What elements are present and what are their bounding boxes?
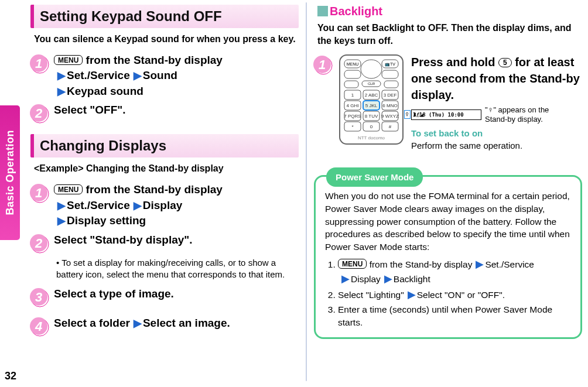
svg-text:6 MNO: 6 MNO: [382, 103, 397, 108]
svg-text:MENU: MENU: [347, 62, 359, 66]
svg-text:CLR: CLR: [368, 82, 375, 85]
svg-text:5 JKL: 5 JKL: [365, 103, 378, 108]
triangle-icon: ▶: [134, 317, 142, 329]
status-note: "♀" appears on the Stand-by display.: [485, 105, 567, 124]
svg-text:📺TV: 📺TV: [385, 61, 395, 67]
intro-keypad-sound: You can silence a Keypad sound for when …: [34, 33, 299, 46]
svg-text:2: 2: [35, 106, 43, 121]
five-key-icon: 5: [498, 58, 512, 67]
step-number-3: 3: [30, 286, 52, 307]
svg-text:2: 2: [35, 236, 43, 251]
status-bar-icon: ▮▯◢♀ 3/18 (Thu) 10:00: [411, 109, 481, 120]
step-number-1: 1: [30, 53, 52, 74]
svg-text:*: *: [351, 124, 353, 129]
svg-text:4: 4: [35, 319, 42, 334]
triangle-icon: ▶: [341, 273, 350, 285]
menu-key-icon: MENU: [338, 259, 367, 269]
svg-text:1: 1: [351, 93, 354, 98]
svg-text:3: 3: [35, 290, 42, 304]
setback-label: To set back to on: [411, 127, 582, 139]
triangle-icon: ▶: [57, 215, 66, 227]
power-saver-step-1: MENU from the Stand-by display▶Set./Serv…: [338, 257, 571, 286]
triangle-icon: ▶: [134, 70, 142, 81]
svg-text:4 GHI: 4 GHI: [347, 103, 359, 108]
svg-text:9 WXYZ: 9 WXYZ: [381, 114, 399, 119]
triangle-icon: ▶: [384, 273, 392, 285]
step-number-2: 2: [30, 232, 52, 254]
phone-keypad-icon: MENU 📺TV CLR 1 2 ABC 3 DEF 4: [336, 54, 406, 152]
svg-text:8 TUV: 8 TUV: [365, 114, 378, 119]
svg-text:1: 1: [35, 186, 42, 200]
intro-backlight: You can set Backlight to OFF. Then the d…: [317, 22, 582, 47]
triangle-icon: ▶: [408, 289, 416, 300]
power-saver-para: When you do not use the FOMA terminal fo…: [325, 190, 571, 253]
power-saver-step-2: Select "Lighting"▶Select "ON" or "OFF".: [338, 287, 571, 302]
svg-text:2 ABC: 2 ABC: [365, 93, 378, 98]
svg-text:#: #: [389, 124, 392, 129]
menu-key-icon: MENU: [54, 184, 83, 194]
bulb-indicator-icon: ♀: [404, 110, 411, 119]
svg-text:NTT docomo: NTT docomo: [358, 135, 385, 141]
heading-keypad-sound: Setting Keypad Sound OFF: [30, 5, 299, 28]
triangle-icon: ▶: [57, 70, 66, 81]
power-saver-box: Power Saver Mode When you do not use the…: [314, 175, 582, 338]
page-number: 32: [5, 370, 16, 382]
svg-text:7 PQRS: 7 PQRS: [344, 114, 361, 119]
setback-text: Perform the same operation.: [411, 139, 582, 152]
sub-heading-backlight: Backlight: [317, 5, 582, 18]
power-saver-step-3: Enter a time (seconds) until when Power …: [338, 303, 571, 328]
section-tab: Basic Operation: [0, 105, 20, 240]
triangle-icon: ▶: [57, 85, 66, 97]
column-divider: [306, 2, 307, 381]
svg-text:3 DEF: 3 DEF: [384, 93, 397, 98]
menu-key-icon: MENU: [54, 55, 83, 65]
svg-text:0: 0: [370, 124, 373, 129]
example-label: <Example> Changing the Stand-by display: [34, 162, 299, 175]
triangle-icon: ▶: [57, 200, 66, 211]
step-number-2: 2: [30, 102, 52, 124]
step-number-4: 4: [30, 316, 52, 337]
step-number-1: 1: [314, 54, 335, 75]
step-number-1: 1: [30, 182, 52, 203]
svg-text:1: 1: [319, 57, 326, 72]
triangle-icon: ▶: [134, 200, 142, 211]
power-saver-title: Power Saver Mode: [326, 167, 423, 187]
triangle-icon: ▶: [476, 258, 484, 270]
heading-changing-displays: Changing Displays: [30, 134, 299, 157]
step-note: • To set a display for making/receiving …: [56, 257, 299, 281]
svg-text:1: 1: [35, 56, 42, 71]
